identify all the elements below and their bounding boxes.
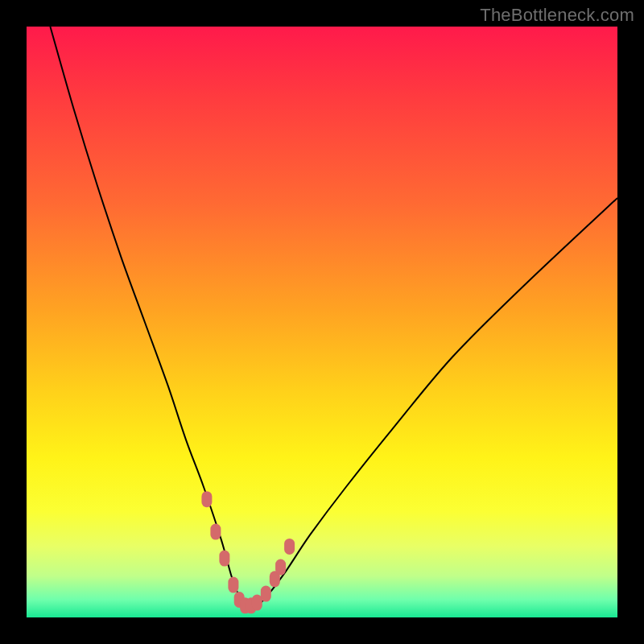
chart-frame: TheBottleneck.com <box>0 0 644 644</box>
bottleneck-curve-svg <box>27 27 617 617</box>
optimum-marker <box>219 551 229 567</box>
optimum-marker <box>275 559 286 576</box>
watermark-text: TheBottleneck.com <box>480 5 634 26</box>
bottleneck-curve <box>50 27 617 608</box>
optimum-marker <box>228 577 238 593</box>
optimum-marker <box>210 524 221 540</box>
optimum-marker <box>284 539 295 555</box>
plot-area <box>27 27 617 617</box>
optimum-marker <box>261 586 271 602</box>
optimum-marker <box>201 491 212 507</box>
